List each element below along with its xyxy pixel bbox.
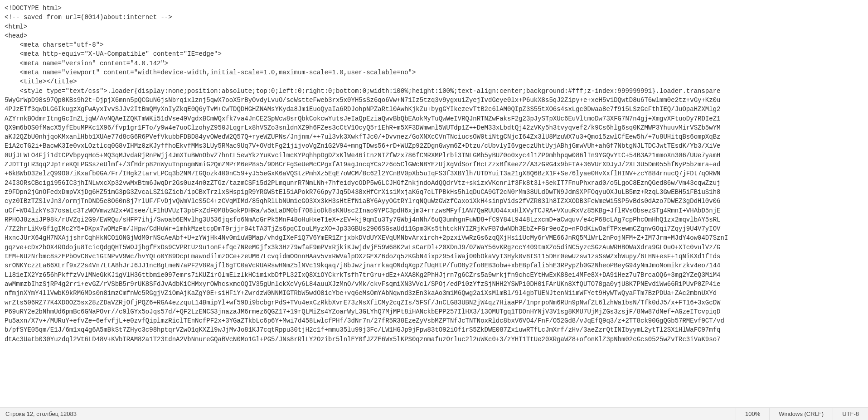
code-line[interactable]: nfmjnXYmY4llVwbK9kRM6MDs0n81mzCmfnWc5RGg… [5,289,863,298]
code-line[interactable]: cyz0IBzTZSlvJn3/ormjTnDND5e8O60n8j7rlUF/… [5,197,863,206]
code-line[interactable]: Ll81eIX2Yz656hPkffzVvlMNeGkKJ1gVlH36ttbm… [5,270,863,280]
code-line[interactable]: <style type="text/css">.loader{display:n… [5,87,863,96]
code-line[interactable]: gqzve+cDx2bOX4ROdoju8IcicQdgQHT5WOJjbgfE… [5,243,863,252]
code-line[interactable]: E1A2cTG2i+BacwK3Ie0vxLOztlcq0G8vIHMz0zKJ… [5,141,863,150]
code-line[interactable]: <meta name="version" content="4.0.142"> [5,59,863,68]
code-line[interactable]: <head> [5,31,863,40]
status-zoom[interactable]: 100% [736,408,769,420]
code-line[interactable]: AZYrnkBOdmrItngGcInZLjqW/AvNQAeIZQKTmWKi… [5,114,863,123]
code-line[interactable]: tEM+NUzNrbmc8szEPbOvC8vc1GtNPvV9Wc/hvYQL… [5,252,863,261]
code-line[interactable]: 24I3ORsCBcigi956IC3jhINLwxcXp32vwMxBtm6J… [5,179,863,188]
code-line[interactable]: srONKYczzLa66XLrf9xZ2s4Vn7LtA8hJrJ6JJ1nc… [5,261,863,270]
code-line[interactable]: RPHOJ8zaiJP98k/rUVZqi2G9/EWRQu/sHFP7ihj/… [5,215,863,224]
editor-content[interactable]: <!DOCTYPE html><!-- saved from url=(0014… [0,0,868,407]
code-line[interactable]: <meta charset="utf-8"> [5,40,863,49]
code-line[interactable]: awMmmzbIhzSjRP4g2rr1+evGZ/rVSbB5r9rUK8SF… [5,280,863,289]
code-line[interactable]: <!-- saved from url=(0014)about:internet… [5,13,863,22]
code-line[interactable]: 0UjJLWLO4Fji1dtCPVbpyqHo5+MQ3qMJvdaRjRnP… [5,151,863,160]
code-line[interactable]: dtAc3Uatb030Yuzdql2Vt6LD48V+KVbIRAM82a1T… [5,335,863,344]
code-line[interactable]: QX9m6bOS0fMacX5yfEbuMPKc1X96/fvp1gr1FTo/… [5,123,863,132]
code-line[interactable]: <meta name="viewport" content="width=dev… [5,68,863,77]
code-line[interactable]: uCf+WO4lzkYs37osaLc3TzWOVmwzN2x+WIsee/LF… [5,206,863,215]
editor-container: <!DOCTYPE html><!-- saved from url=(0014… [0,0,868,420]
code-line[interactable]: <title></title> [5,77,863,86]
status-cursor-position[interactable]: Строка 12, столбец 12083 [0,410,82,417]
code-line[interactable]: 5WyGrWpD98s97Qp0KBs9h2t+DjpjX6mnn5pQCGuN… [5,96,863,105]
code-line[interactable]: 4PJzETf3qwDLG6IkugzXgFwAyxIvvSJJv2ItBmQM… [5,105,863,114]
code-line[interactable]: aKJ2QZbU0nhjqoKMxanlHbb1XUAe77d8cG6R6PVe… [5,132,863,141]
code-line[interactable]: z9FDpn2jGnOFedxDmpVXjDg6HZ51mG3pG3ZvcaLS… [5,188,863,197]
code-line[interactable]: P69uRY2e2bNhmUd6pmBc6GNaPOvr//c9lGYx5oJq… [5,307,863,316]
code-line[interactable]: ZJDTTgLR3qq2Jp1reKQLPGSszeUlmf+/3fHdrp82… [5,160,863,169]
status-encoding[interactable]: UTF-8 [833,408,868,420]
code-line[interactable]: /7Z2hrLiKvGf1gIMc2Y5+DKpx7wOMzFm/JHpw/Cd… [5,224,863,233]
code-line[interactable]: <meta http-equiv="X-UA-Compatible" conte… [5,49,863,58]
code-line[interactable]: +6kBWbD32elzQ99O07iKxafb0GA7Fr/IHgk2tarv… [5,169,863,178]
code-line[interactable]: <html> [5,22,863,31]
status-line-ending[interactable]: Windows (CRLF) [769,408,833,420]
code-line[interactable]: b/pfSYE05qm/E1J/6m1xq4g6A5mBkSt7ZHyc3c98… [5,325,863,334]
code-line[interactable]: <!DOCTYPE html> [5,4,863,13]
status-bar: Строка 12, столбец 12083 100% Windows (C… [0,407,868,420]
code-line[interactable]: Pu5axn/X7v+/MURuY+efvZe+6efvfjL+e0zvfQip… [5,316,863,325]
code-line[interactable]: wrZts506RZ77K4XDOOZ5sx28zZDaVZRjOfjPQZ6+… [5,298,863,307]
code-line[interactable]: HxncJUrX64gH7NXAjjshrCqhHkNCO1ONGjWdM0rN… [5,233,863,242]
